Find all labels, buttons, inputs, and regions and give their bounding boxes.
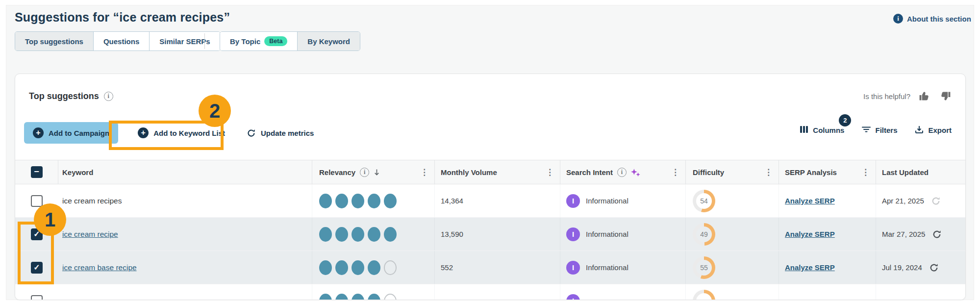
intent-label: Informational xyxy=(586,230,628,238)
monthly-volume-column-header: Monthly Volume xyxy=(441,168,497,176)
tab-by-topic-label: By Topic xyxy=(230,37,260,46)
monthly-volume-value: 13,590 xyxy=(435,218,560,251)
info-icon[interactable]: i xyxy=(617,168,627,177)
difficulty-column-header: Difficulty xyxy=(693,168,724,176)
refresh-metrics-icon[interactable] xyxy=(929,263,939,273)
analyze-serp-link[interactable]: Analyze SERP xyxy=(785,197,835,205)
analyze-serp-link[interactable]: Analyze SERP xyxy=(785,263,835,272)
info-icon[interactable]: i xyxy=(104,92,113,101)
page-title: Suggestions for “ice cream recipes” xyxy=(15,10,230,25)
relevancy-dot-filled xyxy=(384,194,397,208)
last-updated-date: Jul 19, 2024 xyxy=(882,263,922,272)
relevancy-dot-filled xyxy=(335,260,348,275)
keyword-link[interactable]: ice cream recipes xyxy=(62,197,122,205)
difficulty-value: 54 xyxy=(696,193,712,209)
table-row: ice cream recipes 14,364 I Informational… xyxy=(15,184,965,218)
card-title: Top suggestions xyxy=(29,91,99,101)
relevancy-dot-filled xyxy=(352,294,364,301)
difficulty-ring: 49 xyxy=(693,223,715,246)
informational-intent-icon: I xyxy=(566,294,580,301)
tab-questions[interactable]: Questions xyxy=(94,32,150,50)
tab-by-topic[interactable]: By Topic Beta xyxy=(220,32,298,50)
column-menu-icon[interactable]: ⋮ xyxy=(861,168,876,176)
info-icon[interactable]: i xyxy=(360,168,369,177)
difficulty-value: 55 xyxy=(696,260,712,276)
search-intent-column-header: Search Intent xyxy=(566,168,613,176)
column-menu-icon[interactable]: ⋮ xyxy=(671,168,685,176)
table-row: I xyxy=(15,284,965,300)
relevancy-dot-filled xyxy=(335,194,348,208)
informational-intent-icon: I xyxy=(566,227,580,241)
columns-icon xyxy=(800,125,808,135)
relevancy-dot-filled xyxy=(319,260,332,275)
filters-label: Filters xyxy=(875,126,897,134)
row-checkbox[interactable] xyxy=(31,228,43,240)
table-header-row: Keyword Relevancy i ⋮ Monthly Volume ⋮ S… xyxy=(15,160,965,184)
relevancy-dot-filled xyxy=(352,260,364,275)
column-menu-icon[interactable]: ⋮ xyxy=(420,168,434,176)
difficulty-ring: 55 xyxy=(693,256,715,279)
filters-icon xyxy=(862,125,871,135)
sort-descending-icon[interactable] xyxy=(373,169,380,176)
relevancy-dot-filled xyxy=(319,194,332,208)
relevancy-dots xyxy=(312,284,435,300)
export-icon xyxy=(915,125,924,135)
add-to-keyword-list-button[interactable]: + Add to Keyword List xyxy=(131,122,232,144)
keyword-link[interactable]: ice cream base recipe xyxy=(62,263,137,272)
tab-by-keyword[interactable]: By Keyword xyxy=(298,32,360,50)
relevancy-dot-filled xyxy=(319,227,332,242)
plus-icon: + xyxy=(33,127,44,138)
thumbs-up-icon[interactable] xyxy=(918,90,931,102)
intent-label: Informational xyxy=(586,263,628,272)
columns-button[interactable]: Columns 2 xyxy=(800,125,844,135)
relevancy-dot-filled xyxy=(319,294,332,301)
row-checkbox[interactable] xyxy=(31,295,43,301)
beta-badge: Beta xyxy=(264,36,287,46)
monthly-volume-value: 14,364 xyxy=(435,184,560,217)
view-mode-tabs: By Topic Beta By Keyword xyxy=(220,31,360,51)
filters-button[interactable]: Filters xyxy=(862,125,897,135)
relevancy-dot-filled xyxy=(335,294,348,301)
row-checkbox[interactable] xyxy=(31,195,43,207)
suggestions-card: Top suggestions i Is this helpful? + Add… xyxy=(15,74,966,300)
relevancy-dot-filled xyxy=(352,194,364,208)
table-body: ice cream recipes 14,364 I Informational… xyxy=(15,184,965,300)
about-this-section-link[interactable]: i About this section xyxy=(893,14,971,24)
export-button[interactable]: Export xyxy=(915,125,952,135)
helpful-label: Is this helpful? xyxy=(863,92,910,101)
table-row: ice cream base recipe 552 I Informationa… xyxy=(15,251,965,284)
serp-analysis-column-header: SERP Analysis xyxy=(785,168,837,176)
columns-label: Columns xyxy=(813,126,844,134)
refresh-metrics-icon[interactable] xyxy=(932,229,942,239)
relevancy-column-header: Relevancy xyxy=(319,168,355,176)
select-all-checkbox[interactable] xyxy=(31,166,43,178)
update-metrics-label: Update metrics xyxy=(261,129,314,137)
relevancy-dots xyxy=(312,251,435,284)
table-row: ice cream recipe 13,590 I Informational … xyxy=(15,218,965,251)
keyword-link[interactable]: ice cream recipe xyxy=(62,230,118,239)
relevancy-dot-filled xyxy=(368,227,380,242)
refresh-metrics-icon[interactable] xyxy=(931,196,941,206)
suggestion-tabs: Top suggestions Questions Similar SERPs xyxy=(15,31,221,51)
difficulty-ring xyxy=(693,290,715,301)
thumbs-down-icon[interactable] xyxy=(939,90,952,102)
relevancy-dot-empty xyxy=(384,260,397,275)
add-to-keyword-list-label: Add to Keyword List xyxy=(153,129,225,137)
tab-similar-serps[interactable]: Similar SERPs xyxy=(150,32,220,50)
relevancy-dot-filled xyxy=(352,227,364,242)
add-to-campaign-button[interactable]: + Add to Campaign xyxy=(24,122,118,144)
last-updated-column-header: Last Updated xyxy=(882,168,929,176)
tab-top-suggestions[interactable]: Top suggestions xyxy=(15,32,94,50)
update-metrics-button[interactable]: Update metrics xyxy=(240,122,321,144)
intent-label: Informational xyxy=(586,197,628,205)
ai-sparkles-icon xyxy=(630,168,641,176)
informational-intent-icon: I xyxy=(566,261,580,275)
export-label: Export xyxy=(928,126,952,134)
column-menu-icon[interactable]: ⋮ xyxy=(546,168,560,176)
relevancy-dot-filled xyxy=(368,294,380,301)
analyze-serp-link[interactable]: Analyze SERP xyxy=(785,230,835,238)
informational-intent-icon: I xyxy=(566,194,580,208)
row-checkbox[interactable] xyxy=(31,262,43,274)
column-menu-icon[interactable]: ⋮ xyxy=(764,168,779,176)
last-updated-date: Mar 27, 2025 xyxy=(882,230,925,238)
